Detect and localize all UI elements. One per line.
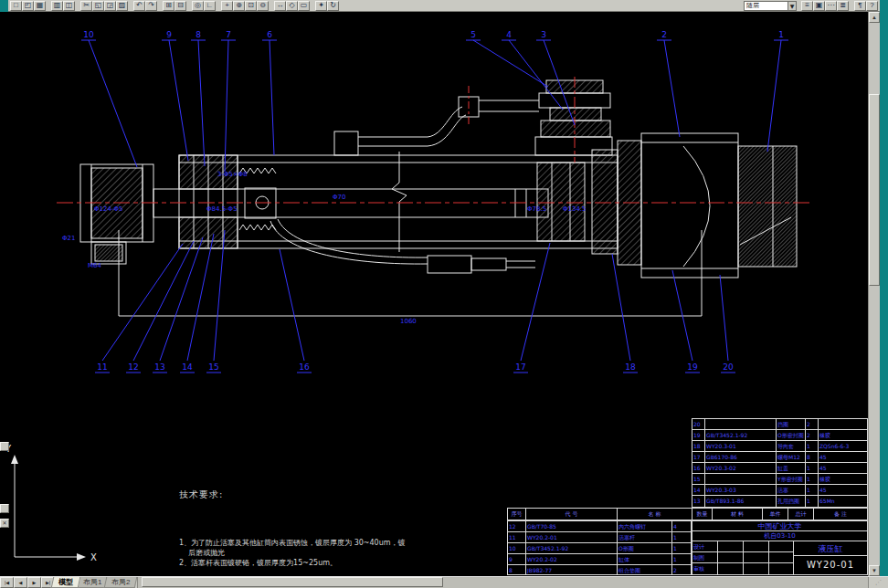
regen-icon: ↻	[330, 2, 336, 9]
layer-combo-value: 随层	[745, 2, 788, 10]
title-block-cell: GB/T893.1-86	[705, 496, 777, 507]
callout-5-label: 5	[470, 30, 476, 39]
external-reference-button[interactable]: ⊟	[174, 1, 186, 11]
zoom-realtime-button[interactable]: ⊕	[233, 1, 245, 11]
vertical-scrollbar-track[interactable]: ▲ ▼	[868, 12, 880, 576]
callout-5-leader	[473, 40, 548, 87]
open-button[interactable]: ◰	[22, 1, 34, 11]
horizontal-scrollbar-thumb[interactable]	[142, 577, 443, 587]
title-block-cell	[744, 563, 769, 574]
title-block-cell	[769, 563, 792, 574]
layers-icon: ≡	[805, 2, 809, 9]
lineweight-button[interactable]: ≣	[837, 1, 849, 11]
title-block-cell: WY20.3-01	[705, 441, 777, 451]
title-block-cell: 14	[692, 485, 705, 495]
title-block-cell: 橡胶	[819, 430, 867, 440]
distance-button[interactable]: ↔	[274, 1, 286, 11]
drawing-canvas[interactable]: 1098765432111121314151617181920 Φ124-Φ5Φ…	[0, 0, 888, 588]
layer-combo[interactable]: 随层 ▼	[744, 1, 797, 11]
ucs-icon: X Y	[5, 444, 97, 562]
help-button[interactable]: ?	[866, 1, 878, 11]
title-block-cell: 2	[806, 430, 819, 440]
title-block-cell: O形圈	[618, 543, 672, 553]
ucs-icon: ∟	[206, 2, 214, 9]
callout-10-label: 10	[83, 30, 94, 39]
match-properties-button[interactable]: ▨	[116, 1, 128, 11]
title-block-cell: WY20.2-01	[526, 532, 618, 542]
callout-20-leader	[720, 275, 728, 361]
zoom-window-button[interactable]: ⊡	[245, 1, 257, 11]
title-block-cell: 1	[806, 496, 819, 507]
vertical-scrollbar-thumb[interactable]	[869, 94, 880, 286]
print-button[interactable]: ▥	[51, 1, 63, 11]
list-button[interactable]: ▭	[298, 1, 310, 11]
regen-button[interactable]: ↻	[327, 1, 339, 11]
layer-color-button[interactable]: ▣	[813, 1, 825, 11]
pan-button[interactable]: +	[221, 1, 233, 11]
chevron-down-icon[interactable]: ▼	[788, 2, 796, 10]
toolbar-button-group-right: ≡▣⋯≣¶?	[799, 0, 880, 12]
title-block-right: 中国矿业大学 机自03-10 设计制图审核 液压缸 WY20-01	[692, 520, 868, 575]
drawing-number: WY20-01	[794, 556, 867, 574]
title-block-cell: WY20.3-02	[705, 463, 777, 473]
callout-1-label: 1	[778, 30, 784, 39]
object-snap-button[interactable]: ◎	[192, 1, 204, 11]
callout-16-label: 16	[299, 362, 310, 372]
tab-model[interactable]: 模型	[51, 577, 81, 588]
callout-18-label: 18	[625, 362, 636, 372]
linetype-icon: ⋯	[828, 2, 835, 9]
title-block-cell: 45	[819, 463, 867, 473]
tab-model-label: 模型	[58, 577, 73, 587]
dock-close-icon[interactable]: ✕	[0, 519, 9, 528]
resize-corner[interactable]: ⋰	[868, 577, 888, 588]
callout-2-leader	[664, 40, 680, 137]
callout-11-label: 11	[97, 362, 107, 372]
layout-tabs: 模型布局1布局2	[55, 577, 137, 588]
horizontal-scrollbar[interactable]	[137, 577, 868, 588]
paste-button[interactable]: ◲	[104, 1, 116, 11]
title-block-cell: 导向套	[777, 441, 806, 451]
properties-button[interactable]: ¶	[854, 1, 866, 11]
title-block-cell: 1	[806, 441, 819, 451]
scroll-down-icon[interactable]: ▼	[869, 565, 880, 576]
print-preview-button[interactable]: ◫	[63, 1, 75, 11]
technical-requirements-title: 技术要求:	[179, 488, 453, 501]
tab-nav-prev-button[interactable]: ◀	[14, 577, 27, 588]
callout-8-label: 8	[196, 30, 201, 39]
ucs-button[interactable]: ∟	[204, 1, 216, 11]
dim-label: Φ21	[62, 235, 75, 242]
layers-button[interactable]: ≡	[801, 1, 813, 11]
tab-nav-first-button[interactable]: |◀	[0, 577, 14, 588]
title-block-row: 8JB982-77组合垫圈2	[508, 565, 691, 575]
cut-button[interactable]: ✂	[80, 1, 92, 11]
save-button[interactable]: ▦	[34, 1, 46, 11]
title-block-cell: O形密封圈	[777, 430, 806, 440]
toolbar-button-group: □◰▦▥◫✂◱◲▨↶↷⊞⊟◎∟+⊕⊡⊖↔◇▭✦↻	[8, 0, 341, 12]
title-block-cell: 2	[672, 565, 691, 575]
tech-requirement-line: 1、为了防止活塞及其他缸筒内表面锈蚀，镀层厚度为 30~40um，镀	[179, 538, 453, 548]
technical-requirements: 技术要求: 1、为了防止活塞及其他缸筒内表面锈蚀，镀层厚度为 30~40um，镀…	[179, 454, 453, 588]
linetype-button[interactable]: ⋯	[825, 1, 837, 11]
zoom-window-icon: ⊡	[248, 2, 254, 9]
insert-block-button[interactable]: ⊞	[163, 1, 174, 11]
scroll-up-icon[interactable]: ▲	[869, 12, 880, 23]
object-snap-icon: ◎	[195, 2, 201, 9]
title-block-cell: 19	[692, 430, 705, 440]
tab-layout2[interactable]: 布局2	[104, 577, 138, 588]
redo-button[interactable]: ↷	[145, 1, 157, 11]
title-block-cell: 65Mn	[819, 496, 867, 507]
redraw-button[interactable]: ✦	[315, 1, 327, 11]
tab-layout2-label: 布局2	[112, 577, 131, 587]
zoom-previous-button[interactable]: ⊖	[257, 1, 269, 11]
pan-icon: +	[225, 2, 229, 9]
area-button[interactable]: ◇	[286, 1, 298, 11]
dock-button-1[interactable]	[0, 442, 9, 451]
tab-nav-next-button[interactable]: ▶	[27, 577, 41, 588]
copy-button[interactable]: ◱	[92, 1, 104, 11]
lineweight-icon: ≣	[840, 2, 846, 9]
new-button[interactable]: □	[10, 1, 22, 11]
title-block-cell: 1	[806, 463, 819, 473]
undo-button[interactable]: ↶	[133, 1, 145, 11]
dock-button-2[interactable]	[0, 504, 9, 513]
title-block-cell: 活塞	[777, 485, 806, 495]
